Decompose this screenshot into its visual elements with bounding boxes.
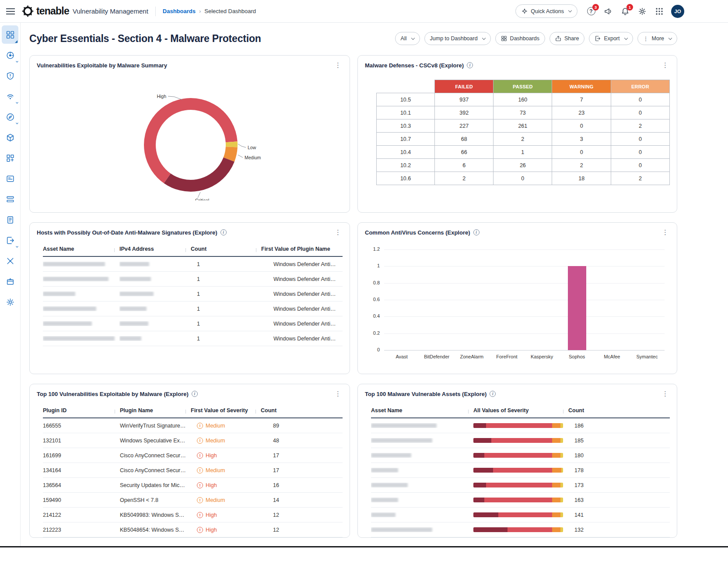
severity-stacked-bar[interactable] (473, 512, 563, 517)
defense-count-cell[interactable]: 261 (494, 119, 552, 133)
user-avatar[interactable]: JO (671, 5, 684, 18)
tenable-logo[interactable]: tenable (22, 5, 69, 17)
sidebar-item-documents[interactable] (2, 210, 18, 229)
defense-count-cell[interactable]: 0 (494, 172, 552, 185)
quick-actions-button[interactable]: Quick Actions (515, 4, 578, 18)
table-row[interactable]: 1Windows Defender Anti… (43, 302, 343, 316)
severity-stacked-bar[interactable] (473, 468, 563, 473)
severity-stacked-bar[interactable] (473, 498, 563, 502)
widget-menu-kebab-icon[interactable] (333, 228, 343, 236)
dashboards-button[interactable]: Dashboards (495, 32, 545, 45)
defense-count-cell[interactable]: 3 (552, 133, 611, 146)
app-switcher-icon[interactable] (654, 6, 665, 17)
info-icon[interactable] (467, 62, 473, 68)
table-row[interactable]: 141 (371, 508, 670, 522)
table-row[interactable]: 166555WinVerifyTrust Signature…Medium89 (43, 418, 343, 433)
defense-count-cell[interactable]: 160 (494, 93, 552, 106)
sidebar-item-export[interactable] (2, 231, 18, 249)
defense-count-cell[interactable]: 392 (435, 106, 494, 119)
defense-count-cell[interactable]: 26 (494, 159, 552, 172)
defense-count-cell[interactable]: 2 (494, 133, 552, 146)
hamburger-menu-icon[interactable] (6, 8, 15, 14)
defense-count-cell[interactable]: 23 (552, 106, 611, 119)
defense-count-cell[interactable]: 1 (494, 146, 552, 159)
table-row[interactable]: 132 (371, 522, 670, 537)
defense-count-cell[interactable]: 2 (611, 119, 669, 133)
sidebar-item-findings[interactable] (2, 67, 18, 85)
severity-stacked-bar[interactable] (473, 438, 563, 443)
info-icon[interactable] (473, 229, 480, 235)
defense-count-cell[interactable]: 68 (435, 133, 494, 146)
table-row[interactable]: 1Windows Defender Anti… (43, 257, 343, 272)
defense-count-cell[interactable]: 0 (611, 159, 669, 172)
widget-menu-kebab-icon[interactable] (333, 61, 343, 69)
defense-count-cell[interactable]: 2 (611, 172, 669, 185)
jump-to-dashboard-button[interactable]: Jump to Dashboard (424, 32, 491, 45)
table-row[interactable]: 1Windows Defender Anti… (43, 272, 343, 287)
table-row[interactable]: 134164Cisco AnyConnect Secur…Medium17 (43, 463, 343, 478)
defense-count-cell[interactable]: 0 (552, 119, 611, 133)
sidebar-item-remediation[interactable] (2, 252, 18, 270)
share-button[interactable]: Share (550, 32, 584, 45)
table-row[interactable]: 214122KB5049983: Windows S…High12 (43, 508, 343, 522)
defense-count-cell[interactable]: 66 (435, 146, 494, 159)
export-button[interactable]: Export (589, 32, 633, 45)
sidebar-item-applications[interactable] (2, 149, 18, 167)
table-row[interactable]: 1Windows Defender Anti… (43, 287, 343, 302)
severity-stacked-bar[interactable] (473, 527, 563, 532)
sidebar-item-packages[interactable] (2, 272, 18, 291)
table-row[interactable]: 180 (371, 448, 670, 463)
announcements-megaphone-icon[interactable] (603, 6, 613, 17)
widget-menu-kebab-icon[interactable] (333, 390, 343, 398)
defense-count-cell[interactable]: 0 (611, 133, 669, 146)
notifications-bell-icon[interactable]: 1 (620, 6, 630, 17)
breadcrumb-dashboards-link[interactable]: Dashboards (163, 8, 196, 14)
table-row[interactable]: 159490OpenSSH < 7.8Medium14 (43, 493, 343, 508)
table-row[interactable]: 132101Windows Speculative Ex…Medium48 (43, 433, 343, 448)
widget-menu-kebab-icon[interactable] (661, 228, 670, 236)
table-row[interactable]: 185 (371, 433, 670, 448)
defense-count-cell[interactable]: 7 (552, 93, 611, 106)
defense-count-cell[interactable]: 6 (435, 159, 494, 172)
sidebar-item-explore[interactable] (2, 46, 18, 64)
severity-stacked-bar[interactable] (473, 453, 563, 458)
defense-count-cell[interactable]: 0 (552, 146, 611, 159)
defense-count-cell[interactable]: 73 (494, 106, 552, 119)
table-row[interactable]: 136564Security Updates for Mic…High16 (43, 478, 343, 493)
table-row[interactable]: 163 (371, 493, 670, 508)
defense-count-cell[interactable]: 0 (611, 106, 669, 119)
table-row[interactable]: 173 (371, 478, 670, 493)
scope-filter-button[interactable]: All (395, 32, 420, 45)
sidebar-item-reports[interactable] (2, 169, 18, 188)
table-row[interactable]: 212223KB5048654: Windows S…High12 (43, 522, 343, 537)
help-icon[interactable]: 3 (586, 6, 596, 17)
defense-count-cell[interactable]: 18 (552, 172, 611, 185)
bar-sophos[interactable] (568, 266, 586, 350)
more-button[interactable]: More (637, 32, 677, 45)
info-icon[interactable] (220, 229, 227, 235)
defense-count-cell[interactable]: 0 (611, 93, 669, 106)
severity-stacked-bar[interactable] (473, 423, 563, 428)
defense-count-cell[interactable]: 937 (435, 93, 494, 106)
table-row[interactable]: 1Windows Defender Anti… (43, 316, 343, 331)
info-icon[interactable] (490, 391, 496, 397)
sidebar-item-settings[interactable] (2, 293, 18, 311)
info-icon[interactable] (192, 391, 198, 397)
widget-menu-kebab-icon[interactable] (661, 61, 670, 69)
defense-count-cell[interactable]: 0 (611, 146, 669, 159)
sidebar-item-assets[interactable] (2, 128, 18, 147)
sidebar-item-dashboards[interactable] (2, 25, 18, 44)
defense-count-cell[interactable]: 2 (435, 172, 494, 185)
sidebar-item-sensors[interactable] (2, 87, 18, 105)
defense-count-cell[interactable]: 2 (552, 159, 611, 172)
table-row[interactable]: 1Windows Defender Anti… (43, 331, 343, 346)
table-row[interactable]: 161699Cisco AnyConnect Secur…High17 (43, 448, 343, 463)
defense-count-cell[interactable]: 227 (435, 119, 494, 133)
table-row[interactable]: 178 (371, 463, 670, 478)
settings-gear-icon[interactable] (637, 6, 648, 17)
sidebar-item-lists[interactable] (2, 190, 18, 208)
sidebar-item-scans[interactable] (2, 108, 18, 126)
table-row[interactable]: 186 (371, 418, 670, 433)
widget-menu-kebab-icon[interactable] (661, 390, 670, 398)
severity-stacked-bar[interactable] (473, 483, 563, 487)
